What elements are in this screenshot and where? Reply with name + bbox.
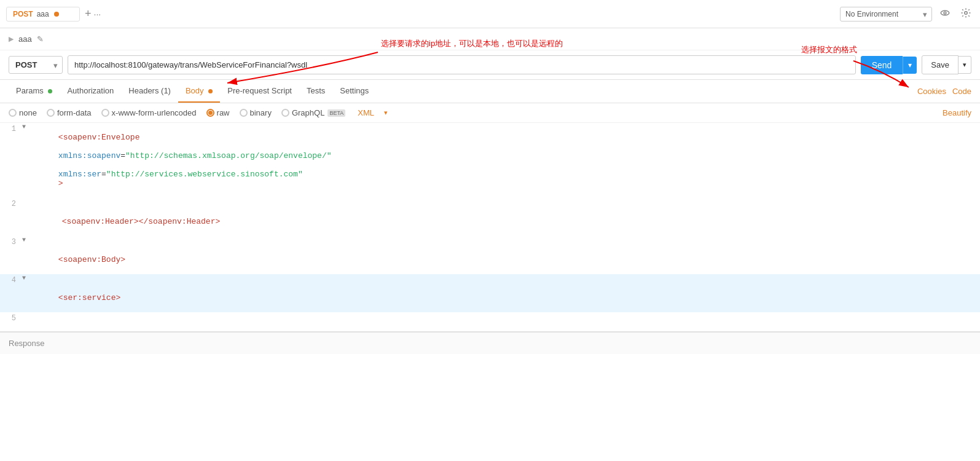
svg-point-1 bbox=[944, 12, 946, 14]
method-select[interactable]: POST GET PUT DELETE PATCH bbox=[9, 56, 63, 74]
environment-select[interactable]: No Environment bbox=[840, 7, 932, 22]
tab-settings[interactable]: Settings bbox=[332, 80, 376, 103]
beta-badge: BETA bbox=[327, 109, 345, 117]
beautify-button[interactable]: Beautify bbox=[943, 108, 971, 117]
xml-dropdown-arrow[interactable]: ▾ bbox=[384, 109, 388, 117]
params-dot bbox=[48, 89, 52, 93]
eye-icon bbox=[939, 7, 951, 18]
svg-point-2 bbox=[965, 11, 968, 14]
tab-headers[interactable]: Headers (1) bbox=[121, 80, 178, 103]
option-x-www-form-urlencoded[interactable]: x-www-form-urlencoded bbox=[101, 108, 197, 117]
fold-arrow-4[interactable]: ▼ bbox=[22, 275, 26, 282]
url-input[interactable] bbox=[68, 55, 856, 74]
method-label: POST bbox=[13, 10, 33, 18]
option-none[interactable]: none bbox=[9, 108, 37, 117]
body-options-bar: none form-data x-www-form-urlencoded raw… bbox=[0, 103, 980, 123]
body-dot bbox=[208, 89, 213, 93]
tabs-right: Cookies Code bbox=[917, 87, 971, 96]
radio-none bbox=[9, 109, 17, 117]
save-dropdown-button[interactable]: ▾ bbox=[958, 56, 971, 74]
code-line-5: 5 <!--Optional:--> bbox=[0, 312, 980, 332]
response-label: Response bbox=[9, 339, 45, 348]
url-bar: POST GET PUT DELETE PATCH Send ▾ Save ▾ bbox=[0, 50, 980, 80]
tab-params[interactable]: Params bbox=[9, 80, 60, 103]
radio-form-data bbox=[47, 109, 55, 117]
tabs-bar: Params Authorization Headers (1) Body Pr… bbox=[0, 80, 980, 103]
more-tabs-button[interactable]: ··· bbox=[94, 9, 101, 19]
tab-tests[interactable]: Tests bbox=[299, 80, 332, 103]
code-link[interactable]: Code bbox=[952, 87, 971, 96]
tab-dot bbox=[54, 12, 59, 17]
option-graphql[interactable]: GraphQL BETA bbox=[281, 108, 345, 117]
add-tab-button[interactable]: + bbox=[85, 7, 92, 20]
radio-urlencoded bbox=[101, 109, 109, 117]
gear-icon-button[interactable] bbox=[958, 5, 974, 23]
cookies-link[interactable]: Cookies bbox=[917, 87, 946, 96]
eye-icon-button[interactable] bbox=[937, 5, 953, 23]
top-bar-right: No Environment bbox=[840, 5, 974, 23]
fold-arrow-3[interactable]: ▼ bbox=[22, 237, 26, 243]
send-button-group: Send ▾ bbox=[861, 56, 917, 74]
radio-graphql bbox=[281, 109, 289, 117]
breadcrumb-bar: ▶ aaa ✎ bbox=[0, 28, 980, 50]
request-tab[interactable]: POST aaa bbox=[6, 7, 80, 22]
breadcrumb-arrow: ▶ bbox=[9, 35, 14, 43]
send-button[interactable]: Send bbox=[861, 56, 903, 74]
code-line-2: 2 <soapenv:Header></soapenv:Header> bbox=[0, 198, 980, 236]
response-bar: Response bbox=[0, 332, 980, 354]
breadcrumb-name: aaa bbox=[18, 34, 32, 44]
send-dropdown-button[interactable]: ▾ bbox=[903, 57, 917, 74]
gear-icon bbox=[960, 7, 971, 18]
tab-authorization[interactable]: Authorization bbox=[60, 80, 121, 103]
tab-prerequest[interactable]: Pre-request Script bbox=[220, 80, 299, 103]
save-button-group: Save ▾ bbox=[922, 55, 971, 74]
option-raw[interactable]: raw bbox=[206, 108, 230, 117]
option-form-data[interactable]: form-data bbox=[47, 108, 92, 117]
top-bar: POST aaa + ··· No Environment bbox=[0, 0, 980, 28]
code-line-1: 1 ▼ <soapenv:Envelope xmlns:soapenv="htt… bbox=[0, 123, 980, 198]
save-button[interactable]: Save bbox=[922, 55, 958, 74]
option-binary[interactable]: binary bbox=[240, 108, 272, 117]
code-line-3: 3 ▼ <soapenv:Body> bbox=[0, 236, 980, 274]
tab-name: aaa bbox=[37, 10, 49, 18]
tab-body[interactable]: Body bbox=[178, 80, 220, 103]
code-editor[interactable]: 1 ▼ <soapenv:Envelope xmlns:soapenv="htt… bbox=[0, 123, 980, 332]
fold-arrow-1[interactable]: ▼ bbox=[22, 124, 26, 130]
radio-raw bbox=[206, 109, 214, 117]
radio-binary bbox=[240, 109, 248, 117]
edit-icon[interactable]: ✎ bbox=[37, 34, 44, 44]
xml-format-selector[interactable]: XML bbox=[358, 108, 374, 117]
method-select-wrapper: POST GET PUT DELETE PATCH bbox=[9, 56, 63, 74]
code-line-4: 4 ▼ <ser:service> bbox=[0, 274, 980, 312]
environment-selector-wrapper: No Environment bbox=[840, 7, 932, 22]
